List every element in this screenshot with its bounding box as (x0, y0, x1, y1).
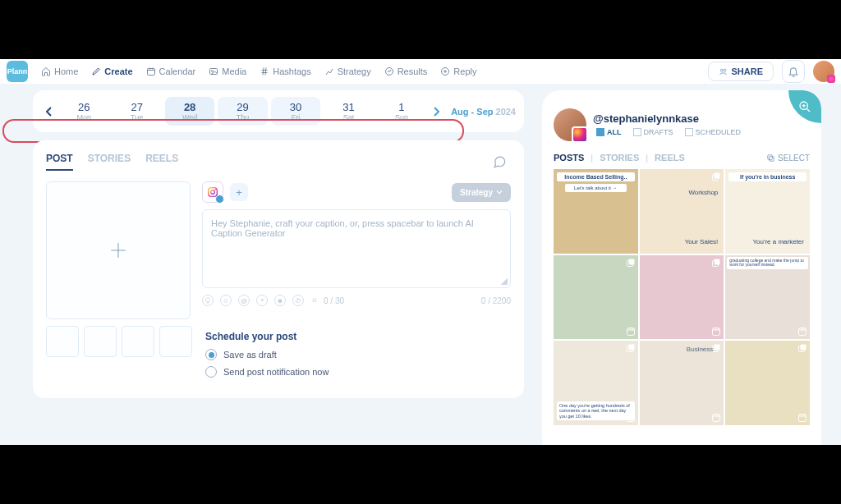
nav-label: Media (222, 66, 246, 76)
feed-tab-reels[interactable]: REELS (655, 153, 685, 163)
nav-label: Results (398, 66, 428, 76)
feed-cell[interactable]: WorkshopYour Sales! (640, 169, 724, 254)
account-avatar[interactable] (813, 61, 834, 82)
date-prev-button[interactable] (41, 99, 57, 125)
composer-tabs: POSTSTORIESREELS (46, 150, 511, 173)
media-thumbnails (46, 326, 192, 357)
carousel-icon (711, 258, 721, 268)
composer-card: POSTSTORIESREELS (33, 140, 524, 398)
lightbulb-icon[interactable] (202, 295, 214, 306)
thumb-slot[interactable] (159, 326, 192, 357)
feed-cell[interactable]: graduating college and make the jump to … (725, 255, 810, 340)
face-icon[interactable]: ☻ (274, 295, 286, 306)
nav-item-hashtags[interactable]: Hashtags (253, 63, 317, 80)
tab-post[interactable]: POST (46, 153, 73, 171)
caption-input[interactable]: Hey Stephanie, craft your caption, or, p… (202, 209, 511, 288)
thumb-slot[interactable] (122, 326, 154, 357)
media-icon (209, 66, 218, 76)
nav-item-calendar[interactable]: Calendar (140, 63, 203, 80)
feed-cell[interactable]: Business (640, 341, 724, 425)
schedule-option[interactable]: Send post notification now (205, 366, 508, 378)
nav-item-results[interactable]: Results (378, 63, 434, 80)
caption-placeholder: Hey Stephanie, craft your caption, or, p… (211, 218, 474, 238)
copy-icon (766, 153, 775, 163)
filter-scheduled[interactable]: SCHEDULED (682, 126, 745, 138)
instagram-account-chip[interactable] (202, 181, 223, 203)
feed-tab-stories[interactable]: STORIES (600, 153, 639, 163)
feed-preview: @stephanielynnkase ALLDRAFTSSCHEDULED PO… (542, 90, 821, 445)
mention-icon[interactable]: @ (238, 295, 250, 306)
add-account-button[interactable]: + (230, 183, 248, 201)
checkbox-icon (596, 128, 604, 136)
reel-icon (711, 327, 721, 337)
nav-label: Reply (453, 66, 476, 76)
chart-icon (324, 66, 334, 76)
filter-all[interactable]: ALL (593, 126, 625, 138)
plus-icon (108, 240, 129, 261)
profile-avatar (554, 108, 586, 141)
svg-rect-15 (715, 173, 720, 179)
svg-point-8 (211, 190, 215, 195)
svg-rect-21 (627, 328, 634, 336)
date-cell[interactable]: 29Thu (218, 97, 267, 126)
strategy-dropdown[interactable]: Strategy (452, 183, 511, 202)
checkbox-icon (633, 128, 641, 136)
nav-item-home[interactable]: Home (34, 63, 85, 80)
nav-item-media[interactable]: Media (202, 63, 253, 80)
date-next-button[interactable] (428, 99, 444, 125)
thumb-slot[interactable] (46, 326, 79, 357)
date-cell[interactable]: 30Fri (271, 97, 320, 126)
filter-drafts[interactable]: DRAFTS (630, 126, 677, 138)
results-icon (384, 66, 394, 76)
reel-icon (626, 327, 636, 337)
svg-rect-33 (713, 415, 720, 422)
chevron-down-icon (496, 189, 503, 195)
date-cell[interactable]: 31Sat (324, 97, 373, 126)
select-button[interactable]: SELECT (766, 153, 810, 163)
share-button[interactable]: SHARE (708, 62, 774, 81)
feed-cell[interactable] (725, 341, 810, 425)
reel-icon (711, 413, 721, 423)
media-upload-box[interactable] (46, 181, 191, 319)
feed-cell[interactable]: Income Based Selling..Let's talk about i… (554, 169, 638, 254)
date-cell[interactable]: 28Wed (165, 97, 214, 126)
thumb-slot[interactable] (84, 326, 117, 357)
feed-tab-posts[interactable]: POSTS (554, 153, 584, 163)
feed-cell[interactable]: One day you're getting hundreds of comme… (554, 341, 638, 425)
home-icon (41, 66, 51, 76)
reply-icon (440, 66, 450, 76)
feed-cell[interactable]: If you're in businessYou're a marketer (725, 169, 810, 254)
date-cell[interactable]: 26Mon (59, 97, 108, 126)
profile-handle: @stephanielynnkase (593, 112, 744, 125)
share-label: SHARE (731, 66, 763, 76)
nav-label: Hashtags (273, 66, 310, 76)
schedule-option[interactable]: Save as draft (205, 349, 508, 360)
nav-label: Strategy (338, 66, 371, 76)
schedule-option-label: Save as draft (223, 350, 277, 360)
date-cell[interactable]: 27Tue (112, 97, 161, 126)
emoji-icon[interactable]: ☺ (220, 295, 232, 306)
checkbox-icon (685, 128, 693, 136)
svg-point-6 (724, 69, 726, 71)
comments-button[interactable] (488, 150, 511, 173)
nav-item-reply[interactable]: Reply (434, 63, 483, 80)
notifications-button[interactable] (782, 60, 805, 83)
tab-stories[interactable]: STORIES (88, 153, 131, 171)
svg-rect-22 (715, 259, 720, 264)
date-cell[interactable]: 1Sun (377, 97, 426, 126)
schedule-option-label: Send post notification now (223, 367, 329, 377)
carousel-icon (626, 258, 636, 268)
feed-cell[interactable] (640, 255, 724, 340)
clock-icon[interactable]: ⏱ (292, 295, 304, 306)
month-label[interactable]: Aug - Sep2024 (451, 107, 516, 117)
nav-item-create[interactable]: Create (85, 63, 139, 80)
nav-item-strategy[interactable]: Strategy (318, 63, 378, 80)
hashtag-icon: ⌗ (312, 296, 317, 305)
svg-rect-11 (770, 156, 774, 161)
bell-icon (788, 66, 799, 77)
calendar-icon (146, 66, 156, 76)
feed-cell[interactable] (554, 255, 638, 340)
location-icon[interactable]: ⌖ (256, 295, 268, 306)
carousel-icon (626, 343, 636, 353)
tab-reels[interactable]: REELS (145, 153, 178, 171)
